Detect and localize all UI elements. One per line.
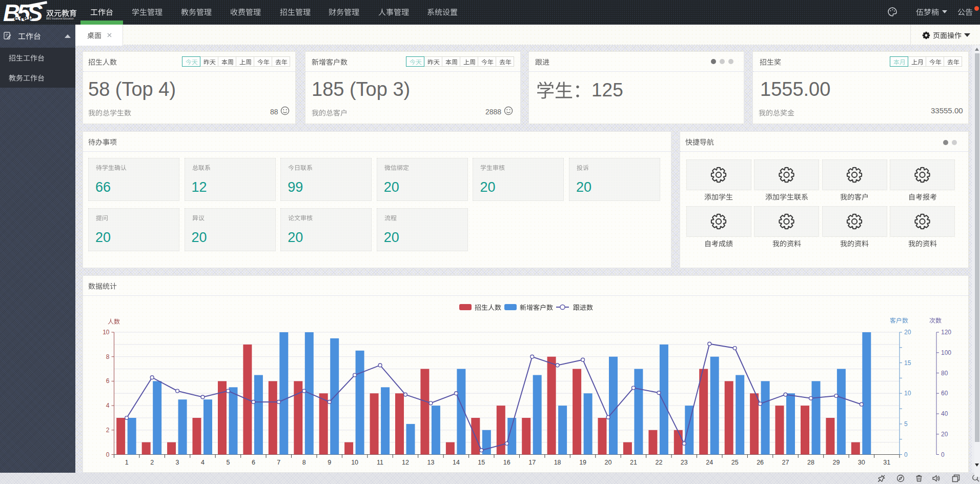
svg-text:29: 29 (832, 459, 840, 466)
svg-text:11: 11 (377, 459, 383, 466)
svg-text:60: 60 (941, 390, 948, 397)
svg-text:4: 4 (106, 402, 110, 409)
svg-text:2: 2 (106, 427, 110, 434)
svg-text:12: 12 (402, 459, 409, 466)
svg-text:100: 100 (941, 349, 951, 356)
svg-text:0: 0 (106, 451, 110, 458)
svg-text:25: 25 (731, 459, 739, 466)
svg-text:21: 21 (630, 459, 637, 466)
svg-text:27: 27 (782, 459, 789, 466)
svg-text:31: 31 (883, 459, 890, 466)
svg-text:0: 0 (941, 451, 945, 458)
svg-text:20: 20 (904, 329, 911, 336)
svg-text:7: 7 (277, 459, 280, 466)
svg-text:26: 26 (757, 459, 764, 466)
svg-text:2: 2 (150, 459, 154, 466)
svg-text:9: 9 (328, 459, 331, 466)
svg-text:30: 30 (858, 459, 865, 466)
svg-text:18: 18 (554, 459, 561, 466)
svg-text:40: 40 (941, 410, 948, 417)
svg-text:80: 80 (941, 370, 948, 377)
svg-text:6: 6 (106, 377, 110, 385)
svg-text:14: 14 (453, 459, 460, 466)
svg-text:10: 10 (351, 459, 358, 466)
svg-text:20: 20 (941, 431, 948, 438)
svg-text:1: 1 (125, 459, 129, 466)
svg-text:23: 23 (681, 459, 688, 466)
svg-text:10: 10 (904, 390, 911, 397)
svg-text:13: 13 (427, 459, 434, 466)
svg-text:10: 10 (103, 329, 110, 336)
svg-text:120: 120 (941, 329, 951, 336)
svg-text:6: 6 (252, 459, 255, 466)
svg-text:5: 5 (904, 420, 908, 428)
svg-text:22: 22 (655, 459, 662, 466)
svg-text:17: 17 (528, 459, 536, 466)
svg-text:28: 28 (807, 459, 814, 466)
svg-text:4: 4 (201, 459, 205, 466)
svg-text:16: 16 (503, 459, 511, 466)
svg-text:20: 20 (605, 459, 612, 466)
svg-text:15: 15 (904, 359, 911, 367)
svg-text:8: 8 (106, 353, 110, 360)
svg-text:19: 19 (579, 459, 586, 466)
svg-text:8: 8 (302, 459, 306, 466)
svg-text:15: 15 (478, 459, 485, 466)
svg-text:0: 0 (904, 451, 908, 458)
svg-text:24: 24 (706, 459, 713, 466)
svg-text:5: 5 (227, 459, 230, 466)
svg-text:3: 3 (176, 459, 179, 466)
